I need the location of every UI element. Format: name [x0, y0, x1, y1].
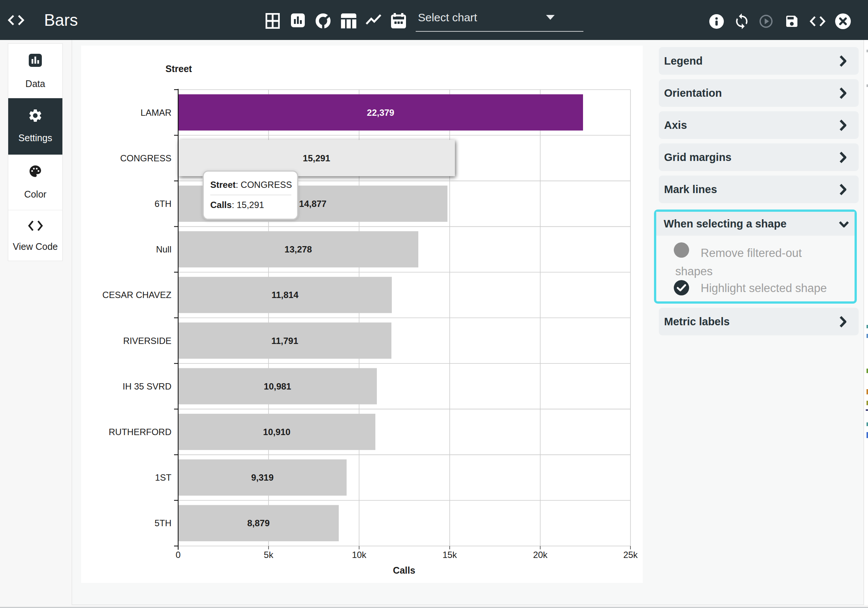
- svg-text:Street: Street: [166, 64, 192, 74]
- svg-text:IH 35 SVRD: IH 35 SVRD: [122, 381, 171, 391]
- svg-text:5k: 5k: [264, 550, 273, 560]
- svg-text:Calls: Calls: [393, 565, 415, 575]
- svg-text:CESAR CHAVEZ: CESAR CHAVEZ: [102, 290, 171, 300]
- svg-text:6TH: 6TH: [155, 199, 171, 209]
- svg-text:9,319: 9,319: [251, 472, 273, 482]
- svg-text:1ST: 1ST: [155, 472, 171, 482]
- svg-text:5TH: 5TH: [155, 518, 171, 528]
- svg-text:11,814: 11,814: [271, 290, 299, 300]
- svg-text:Null: Null: [156, 244, 171, 254]
- svg-text:LAMAR: LAMAR: [140, 107, 171, 118]
- svg-text:20k: 20k: [533, 550, 548, 560]
- svg-text:13,278: 13,278: [285, 244, 312, 254]
- svg-text:10,981: 10,981: [264, 381, 291, 391]
- svg-text:15k: 15k: [443, 550, 457, 560]
- svg-text:Calls: 15,291: Calls: 15,291: [210, 200, 264, 210]
- svg-text:10,910: 10,910: [263, 427, 290, 437]
- svg-text:10k: 10k: [352, 550, 367, 560]
- svg-text:CONGRESS: CONGRESS: [120, 153, 171, 163]
- svg-text:RIVERSIDE: RIVERSIDE: [123, 336, 171, 346]
- svg-text:11,791: 11,791: [271, 336, 298, 346]
- svg-text:0: 0: [175, 550, 180, 560]
- svg-text:8,879: 8,879: [247, 518, 270, 528]
- svg-text:25k: 25k: [623, 550, 638, 560]
- svg-text:Street: CONGRESS: Street: CONGRESS: [210, 180, 292, 190]
- svg-text:14,877: 14,877: [299, 199, 326, 209]
- svg-text:15,291: 15,291: [303, 153, 330, 163]
- svg-text:RUTHERFORD: RUTHERFORD: [108, 427, 171, 437]
- svg-text:22,379: 22,379: [367, 107, 394, 118]
